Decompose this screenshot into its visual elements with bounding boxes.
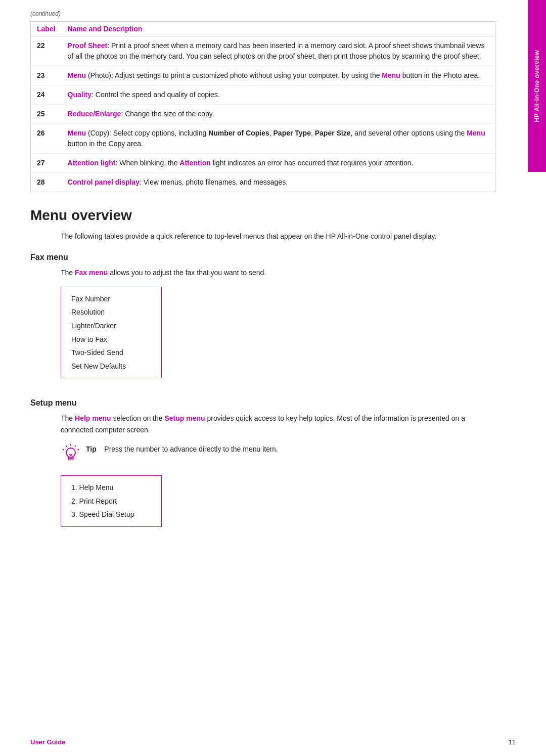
row-content: Reduce/Enlarge: Change the size of the c… (62, 105, 495, 124)
term: Attention light (68, 159, 116, 167)
tip-text: Press the number to advance directly to … (104, 445, 278, 453)
svg-line-3 (66, 446, 67, 447)
row-label: 27 (31, 154, 62, 173)
svg-line-1 (75, 446, 76, 447)
row-content: Menu (Copy): Select copy options, includ… (62, 124, 495, 154)
inline-term: Attention (179, 159, 210, 167)
setup-menu-item: 2. Print Report (71, 495, 151, 508)
sidebar-tab-label: HP All-in-One overview (533, 50, 540, 122)
row-desc: : Print a proof sheet when a memory card… (68, 41, 485, 60)
tip-label: Tip (86, 445, 97, 453)
continued-label: (continued) (30, 10, 495, 17)
fax-menu-intro: The Fax menu allows you to adjust the fa… (61, 267, 495, 278)
main-content: (continued) Label Name and Description 2… (30, 0, 516, 537)
row-content: Menu (Photo): Adjust settings to print a… (62, 66, 495, 85)
setup-menu-item: 3. Speed Dial Setup (71, 508, 151, 521)
svg-line-2 (78, 449, 79, 450)
setup-menu-item: 1. Help Menu (71, 481, 151, 495)
svg-line-4 (63, 449, 64, 450)
row-desc2: button in the Copy area. (68, 140, 143, 148)
setup-help-term: Help menu (75, 414, 111, 422)
inline-term: Menu (382, 71, 400, 79)
table-row: 26 Menu (Copy): Select copy options, inc… (31, 124, 495, 154)
fax-menu-item: Lighter/Darker (71, 319, 151, 333)
inline-term: Menu (467, 129, 485, 137)
setup-intro-middle: selection on the (111, 414, 165, 422)
setup-menu-box: 1. Help Menu 2. Print Report 3. Speed Di… (61, 475, 162, 527)
col-header-description: Name and Description (62, 22, 495, 36)
fax-menu-item: Two-Sided Send (71, 346, 151, 360)
row-content: Quality: Control the speed and quality o… (62, 85, 495, 105)
lightbulb-icon (61, 443, 81, 465)
col-header-label: Label (31, 22, 62, 36)
table-row: 25 Reduce/Enlarge: Change the size of th… (31, 105, 495, 124)
row-label: 22 (31, 36, 62, 66)
row-desc: (Photo): Adjust settings to print a cust… (86, 71, 382, 79)
tip-spacer (99, 445, 103, 453)
tip-row: Tip Press the number to advance directly… (61, 443, 495, 465)
row-desc: : Control the speed and quality of copie… (92, 91, 220, 99)
setup-intro-before: The (61, 414, 75, 422)
row-content: Attention light: When blinking, the Atte… (62, 154, 495, 173)
row-desc2: button in the Photo area. (400, 71, 480, 79)
fax-menu-item: Set New Defaults (71, 360, 151, 373)
setup-menu-intro: The Help menu selection on the Setup men… (61, 413, 495, 435)
term: Control panel display (68, 178, 140, 186)
footer-user-guide: User Guide (30, 738, 65, 746)
footer-page-number: 11 (509, 738, 516, 746)
svg-rect-7 (69, 459, 73, 460)
page-footer: User Guide 11 (30, 738, 516, 746)
row-desc: : Change the size of the copy. (121, 110, 214, 118)
fax-menu-item: Fax Number (71, 292, 151, 306)
table-row: 22 Proof Sheet: Print a proof sheet when… (31, 36, 495, 66)
row-content: Proof Sheet: Print a proof sheet when a … (62, 36, 495, 66)
term: Proof Sheet (68, 41, 108, 50)
row-label: 23 (31, 66, 62, 85)
table-row: 23 Menu (Photo): Adjust settings to prin… (31, 66, 495, 85)
term: Menu (68, 129, 86, 137)
row-content: Control panel display: View menus, photo… (62, 173, 495, 192)
term: Reduce/Enlarge (68, 110, 121, 118)
sidebar-tab: HP All-in-One overview (528, 0, 546, 172)
fax-intro-term: Fax menu (75, 269, 108, 277)
row-desc: : View menus, photo filenames, and messa… (140, 178, 288, 186)
table-row: 27 Attention light: When blinking, the A… (31, 154, 495, 173)
fax-menu-item: How to Fax (71, 333, 151, 346)
fax-menu-box: Fax Number Resolution Lighter/Darker How… (61, 287, 162, 379)
row-label: 24 (31, 85, 62, 105)
setup-menu-heading: Setup menu (30, 398, 495, 408)
fax-intro-after: allows you to adjust the fax that you wa… (108, 269, 266, 277)
term: Menu (68, 71, 86, 79)
row-desc: : When blinking, the (115, 159, 179, 167)
section-intro: The following tables provide a quick ref… (61, 231, 495, 242)
row-label: 28 (31, 173, 62, 192)
table-row: 28 Control panel display: View menus, ph… (31, 173, 495, 192)
row-desc: (Copy): Select copy options, including N… (86, 129, 467, 137)
table-row: 24 Quality: Control the speed and qualit… (31, 85, 495, 105)
row-desc2: light indicates an error has occurred th… (211, 159, 414, 167)
fax-menu-item: Resolution (71, 305, 151, 319)
setup-menu-term: Setup menu (164, 414, 205, 422)
term: Quality (68, 91, 92, 99)
page-wrapper: HP All-in-One overview (continued) Label… (0, 0, 546, 756)
row-label: 26 (31, 124, 62, 154)
row-label: 25 (31, 105, 62, 124)
section-title: Menu overview (30, 207, 495, 224)
tip-content: Tip Press the number to advance directly… (86, 443, 278, 455)
fax-intro-before: The (61, 269, 75, 277)
fax-menu-heading: Fax menu (30, 253, 495, 262)
label-table: Label Name and Description 22 Proof Shee… (30, 21, 495, 192)
